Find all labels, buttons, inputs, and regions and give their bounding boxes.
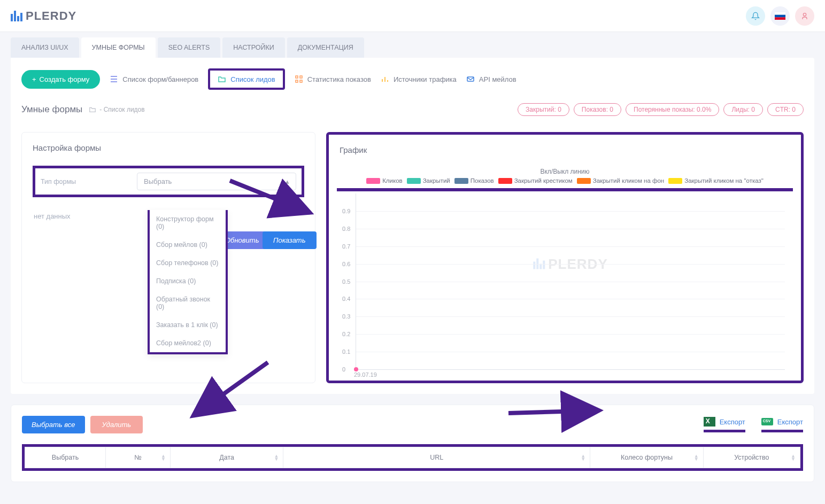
- create-form-label: Создать форму: [40, 75, 90, 83]
- col-wheel[interactable]: Колесо фортуны▲▼: [590, 447, 703, 468]
- y-tick: 0.3: [342, 313, 350, 320]
- tab-seo-alerts[interactable]: SEO ALERTS: [158, 37, 221, 58]
- delete-button[interactable]: Удалить: [90, 416, 143, 433]
- legend-item[interactable]: Показов: [454, 177, 494, 184]
- stat-views: Показов: 0: [574, 103, 621, 116]
- legend-label: Закрытий: [423, 177, 450, 184]
- page-header: Умные формы - Список лидов Закрытий: 0 П…: [21, 103, 804, 116]
- link-leads-list[interactable]: Список лидов: [208, 68, 284, 90]
- chart-panel: График Вкл/Выкл линию КликовЗакрытийПока…: [326, 132, 804, 383]
- logo-bars-icon: [11, 11, 22, 21]
- link-stats-label: Статистика показов: [307, 75, 371, 83]
- excel-icon: [704, 417, 715, 427]
- chart-title: График: [340, 145, 790, 154]
- form-type-label: Тип формы: [41, 178, 137, 185]
- svg-rect-2: [775, 17, 785, 20]
- gridline: [356, 246, 785, 247]
- link-api-mails[interactable]: API мейлов: [466, 75, 516, 83]
- gridline: [356, 229, 785, 229]
- legend-item[interactable]: Закрытий крестиком: [498, 177, 573, 184]
- y-tick: 0.1: [342, 348, 350, 355]
- opt-constructor[interactable]: Конструктор форм (0): [150, 210, 226, 236]
- legend-item[interactable]: Закрытий кликом на фон: [577, 177, 664, 184]
- legend-swatch: [577, 178, 591, 184]
- y-tick: 0.4: [342, 296, 350, 302]
- legend-item[interactable]: Закрытий: [407, 177, 450, 184]
- col-num[interactable]: №▲▼: [106, 447, 171, 468]
- legend-swatch: [366, 178, 380, 184]
- folder-icon: [89, 106, 96, 113]
- form-type-select[interactable]: Выбрать▴: [137, 173, 296, 190]
- create-form-button[interactable]: +Создать форму: [21, 70, 100, 89]
- mail-icon: [466, 75, 475, 83]
- col-url[interactable]: URL▲▼: [283, 447, 590, 468]
- chart-highlight-bar: [337, 188, 793, 191]
- tab-settings[interactable]: НАСТРОЙКИ: [222, 37, 284, 58]
- legend-label: Закрытий кликом на фон: [593, 177, 664, 184]
- link-leads-list-label: Список лидов: [230, 75, 275, 83]
- sort-icon: ▲▼: [581, 454, 585, 461]
- breadcrumb-text: - Список лидов: [99, 106, 144, 113]
- locale-flag-icon[interactable]: [770, 6, 790, 26]
- stat-closes: Закрытий: 0: [518, 103, 569, 116]
- col-date[interactable]: Дата▲▼: [170, 447, 283, 468]
- gridline: [356, 264, 785, 265]
- export-xls[interactable]: Експорт: [704, 417, 745, 432]
- svg-rect-8: [300, 76, 302, 78]
- link-form-list[interactable]: Список форм/баннеров: [110, 75, 198, 83]
- caret-up-icon: ▴: [286, 177, 289, 185]
- plus-icon: +: [32, 75, 36, 83]
- stats-pills: Закрытий: 0 Показов: 0 Потерянные показы…: [518, 103, 804, 116]
- opt-phones[interactable]: Сбор телефонов (0): [150, 254, 226, 272]
- svg-rect-10: [300, 80, 302, 82]
- top-icons: [746, 6, 814, 26]
- bottom-left-buttons: Выбрать все Удалить: [22, 416, 143, 433]
- y-tick: 0.6: [342, 261, 350, 267]
- y-tick: 0.5: [342, 278, 350, 285]
- legend-item[interactable]: Закрытий кликом на "отказ": [668, 177, 764, 184]
- legend-item[interactable]: Кликов: [366, 177, 403, 184]
- form-type-dropdown: Конструктор форм (0) Сбор мейлов (0) Сбо…: [148, 210, 228, 354]
- tab-ui-ux[interactable]: АНАЛИЗ UI/UX: [11, 37, 79, 58]
- opt-callback[interactable]: Обратный звонок (0): [150, 290, 226, 316]
- csv-icon: [761, 418, 773, 425]
- y-tick: 0: [342, 366, 345, 373]
- legend-label: Показов: [471, 177, 494, 184]
- legend-label: Закрытий крестиком: [514, 177, 573, 184]
- select-all-button[interactable]: Выбрать все: [22, 416, 85, 433]
- legend-label: Кликов: [382, 177, 403, 184]
- bell-icon[interactable]: [746, 6, 765, 26]
- link-stats[interactable]: Статистика показов: [295, 75, 371, 83]
- legend-swatch: [668, 178, 682, 184]
- opt-emails[interactable]: Сбор мейлов (0): [150, 236, 226, 254]
- logo[interactable]: PLERDY: [11, 9, 76, 23]
- form-type-row: Тип формы Выбрать▴: [41, 173, 296, 190]
- link-form-list-label: Список форм/баннеров: [122, 75, 198, 83]
- panels-row: Настройка формы Тип формы Выбрать▴ нет д…: [21, 132, 804, 383]
- opt-oneclick[interactable]: Заказать в 1 клік (0): [150, 316, 226, 334]
- svg-rect-0: [775, 12, 785, 15]
- user-icon[interactable]: [795, 6, 814, 26]
- y-tick: 0.2: [342, 331, 350, 337]
- chart-icon: [381, 75, 389, 83]
- tab-docs[interactable]: ДОКУМЕНТАЦИЯ: [287, 37, 364, 58]
- gridline: [356, 316, 785, 317]
- svg-rect-14: [467, 77, 474, 81]
- chart-area: PLERDY 00.10.20.30.40.50.60.70.80.929.07…: [356, 193, 785, 370]
- folder-icon: [218, 75, 226, 83]
- opt-subscribe[interactable]: Подписка (0): [150, 272, 226, 290]
- stat-leads: Лиды: 0: [723, 103, 763, 116]
- col-device[interactable]: Устройство▲▼: [703, 447, 800, 468]
- opt-emails2[interactable]: Сбор мейлов2 (0): [150, 334, 226, 352]
- grid-icon: [295, 75, 303, 83]
- gridline: [356, 282, 785, 282]
- show-button[interactable]: Показать: [263, 231, 317, 249]
- gridline: [356, 352, 785, 352]
- svg-rect-7: [296, 76, 298, 78]
- tab-smart-forms[interactable]: УМНЫЕ ФОРМЫ: [81, 37, 156, 58]
- col-select[interactable]: Выбрать: [25, 447, 106, 468]
- export-csv[interactable]: Експорт: [761, 417, 803, 432]
- link-traffic[interactable]: Источники трафика: [381, 75, 457, 83]
- y-tick: 0.7: [342, 243, 350, 250]
- page-title-block: Умные формы - Список лидов: [21, 104, 145, 115]
